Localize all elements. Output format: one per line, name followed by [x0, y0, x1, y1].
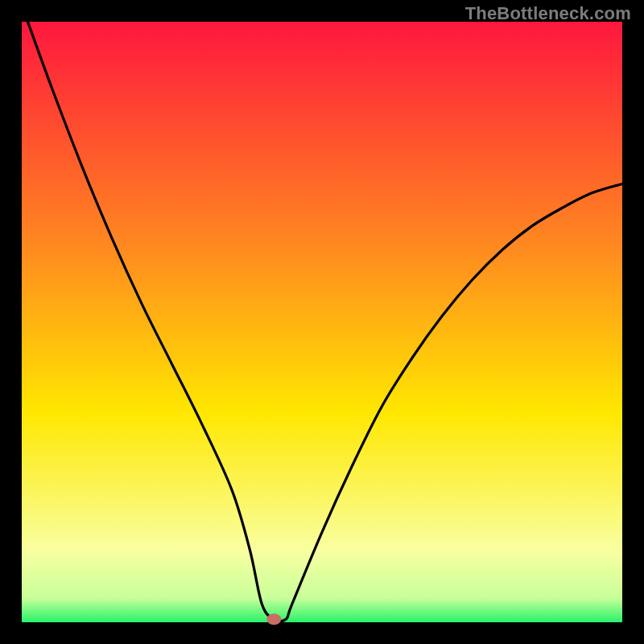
bottleneck-chart — [0, 0, 644, 644]
optimum-marker — [266, 613, 281, 625]
chart-container: TheBottleneck.com — [0, 0, 644, 644]
watermark-label: TheBottleneck.com — [465, 3, 631, 24]
